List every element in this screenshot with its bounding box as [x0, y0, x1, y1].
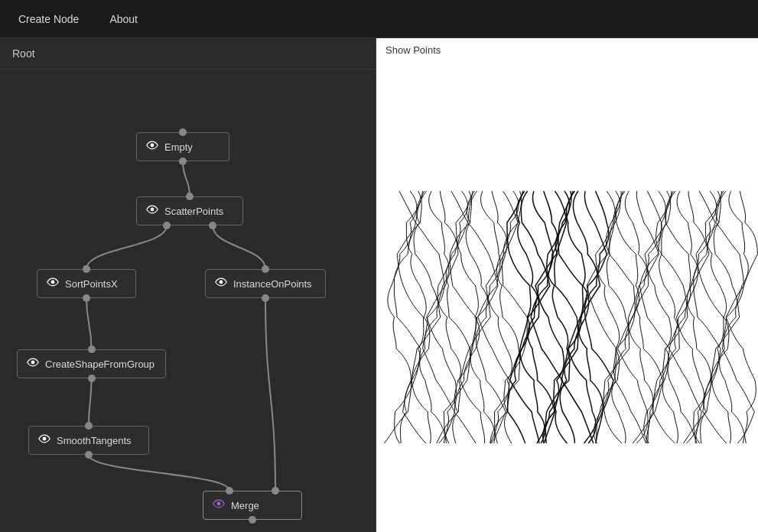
root-label: Root — [0, 38, 376, 70]
svg-point-6 — [217, 502, 221, 506]
port-instance-on-points-bottom[interactable] — [262, 294, 269, 302]
node-label-smooth-tangents: SmoothTangents — [57, 435, 132, 446]
eye-icon-smooth-tangents[interactable] — [38, 433, 50, 448]
wavy-line-40 — [639, 191, 669, 443]
wavy-line-25 — [545, 191, 570, 443]
wavy-line-46 — [676, 191, 709, 443]
wavy-line-36 — [615, 191, 646, 443]
port-sort-points-x-bottom[interactable] — [83, 294, 90, 302]
port-sort-points-x-top[interactable] — [83, 265, 90, 273]
wavy-line-31 — [584, 191, 613, 443]
port-scatter-points-top[interactable] — [186, 193, 194, 200]
port-merge-bottom[interactable] — [249, 516, 256, 524]
main-area: Root Empty ScatterPoints SortPointsX Ins… — [0, 38, 758, 532]
wavy-line-54 — [726, 191, 757, 443]
about-menu[interactable]: About — [103, 8, 144, 30]
wavy-line-22 — [528, 191, 555, 443]
port-create-shape-from-group-bottom[interactable] — [88, 375, 96, 382]
connection-create-shape-from-group-smooth-tangents — [89, 378, 92, 426]
eye-icon-create-shape-from-group[interactable] — [27, 356, 39, 371]
svg-point-3 — [220, 281, 223, 284]
eye-icon-empty[interactable] — [146, 139, 158, 154]
node-label-scatter-points: ScatterPoints — [164, 206, 223, 217]
node-label-sort-points-x: SortPointsX — [65, 278, 118, 290]
port-instance-on-points-top[interactable] — [262, 265, 269, 273]
wavy-line-44 — [665, 191, 697, 443]
wavy-line-50 — [703, 191, 729, 443]
node-label-create-shape-from-group: CreateShapeFromGroup — [45, 358, 155, 370]
wavy-line-27 — [558, 191, 583, 443]
wavy-line-30 — [579, 191, 607, 443]
port-create-shape-from-group-top[interactable] — [88, 345, 96, 353]
connection-instance-on-points-merge — [265, 298, 275, 491]
wavy-line-14 — [477, 191, 506, 443]
create-node-menu[interactable]: Create Node — [12, 8, 85, 30]
port-smooth-tangents-bottom[interactable] — [85, 451, 93, 459]
port-merge-top-left[interactable] — [226, 487, 233, 495]
svg-point-1 — [151, 208, 155, 212]
wavy-line-16 — [486, 191, 518, 443]
wavy-line-29 — [568, 191, 600, 443]
port-scatter-points-bottom-right[interactable] — [209, 222, 216, 229]
node-label-merge: Merge — [231, 500, 259, 511]
eye-icon-scatter-points[interactable] — [146, 203, 158, 219]
node-label-instance-on-points: InstanceOnPoints — [233, 278, 312, 290]
wavy-line-52 — [716, 191, 746, 443]
wavy-line-37 — [618, 191, 649, 443]
wavy-line-53 — [722, 191, 754, 443]
connection-scatter-points-instance-on-points — [213, 225, 265, 269]
port-empty-top[interactable] — [179, 128, 187, 136]
wavy-line-18 — [502, 191, 527, 443]
connection-scatter-points-sort-points-x — [86, 225, 167, 269]
port-empty-bottom[interactable] — [179, 157, 187, 165]
preview-panel: Show Points — [376, 38, 758, 532]
preview-canvas — [376, 38, 758, 532]
connection-smooth-tangents-merge — [89, 455, 229, 491]
wavy-line-24 — [535, 191, 567, 443]
node-canvas[interactable]: Empty ScatterPoints SortPointsX Instance… — [0, 70, 376, 530]
node-scatter-points[interactable]: ScatterPoints — [136, 196, 243, 225]
wavy-line-2 — [397, 191, 424, 443]
port-merge-top-right[interactable] — [272, 487, 279, 495]
svg-point-0 — [151, 144, 155, 148]
show-points-label: Show Points — [386, 44, 441, 56]
node-label-empty: Empty — [164, 141, 193, 153]
eye-icon-instance-on-points[interactable] — [215, 276, 227, 291]
wavy-line-41 — [645, 191, 671, 443]
wavy-line-34 — [603, 191, 629, 443]
svg-point-4 — [31, 361, 35, 365]
wavy-line-1 — [394, 191, 421, 443]
port-scatter-points-bottom-left[interactable] — [163, 222, 171, 229]
wavy-line-48 — [694, 191, 721, 443]
connection-sort-points-x-create-shape-from-group — [86, 298, 92, 349]
svg-point-2 — [51, 281, 55, 284]
connection-empty-scatter-points — [183, 161, 190, 196]
eye-icon-sort-points-x[interactable] — [47, 276, 59, 291]
wavy-line-9 — [444, 191, 470, 443]
node-graph-panel[interactable]: Root Empty ScatterPoints SortPointsX Ins… — [0, 38, 376, 532]
wavy-line-13 — [468, 191, 498, 443]
wavy-line-10 — [450, 191, 477, 443]
port-smooth-tangents-top[interactable] — [85, 422, 93, 430]
menubar: Create Node About — [0, 0, 758, 38]
svg-point-5 — [43, 437, 47, 441]
eye-icon-merge[interactable] — [213, 498, 225, 513]
wavy-line-28 — [561, 191, 594, 443]
